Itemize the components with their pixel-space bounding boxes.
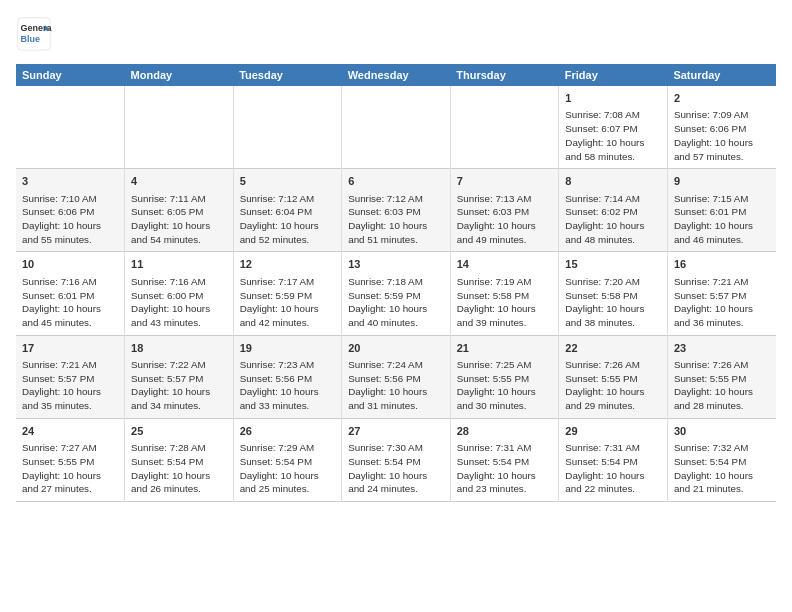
day-info: Sunrise: 7:16 AM Sunset: 6:01 PM Dayligh… [22,275,118,330]
day-number: 17 [22,341,118,356]
day-info: Sunrise: 7:29 AM Sunset: 5:54 PM Dayligh… [240,441,336,496]
calendar-cell: 1Sunrise: 7:08 AM Sunset: 6:07 PM Daylig… [559,86,668,169]
day-info: Sunrise: 7:23 AM Sunset: 5:56 PM Dayligh… [240,358,336,413]
calendar-cell: 5Sunrise: 7:12 AM Sunset: 6:04 PM Daylig… [233,169,342,252]
day-info: Sunrise: 7:26 AM Sunset: 5:55 PM Dayligh… [674,358,770,413]
calendar-cell: 4Sunrise: 7:11 AM Sunset: 6:05 PM Daylig… [125,169,234,252]
day-info: Sunrise: 7:16 AM Sunset: 6:00 PM Dayligh… [131,275,227,330]
week-row-4: 24Sunrise: 7:27 AM Sunset: 5:55 PM Dayli… [16,418,776,501]
day-number: 24 [22,424,118,439]
day-number: 6 [348,174,444,189]
day-number: 26 [240,424,336,439]
day-number: 30 [674,424,770,439]
week-row-3: 17Sunrise: 7:21 AM Sunset: 5:57 PM Dayli… [16,335,776,418]
calendar-cell: 21Sunrise: 7:25 AM Sunset: 5:55 PM Dayli… [450,335,559,418]
day-number: 19 [240,341,336,356]
day-number: 20 [348,341,444,356]
calendar-cell: 24Sunrise: 7:27 AM Sunset: 5:55 PM Dayli… [16,418,125,501]
calendar-cell: 10Sunrise: 7:16 AM Sunset: 6:01 PM Dayli… [16,252,125,335]
day-number: 5 [240,174,336,189]
calendar-cell: 16Sunrise: 7:21 AM Sunset: 5:57 PM Dayli… [667,252,776,335]
logo: General Blue [16,16,52,52]
calendar-cell: 2Sunrise: 7:09 AM Sunset: 6:06 PM Daylig… [667,86,776,169]
day-number: 1 [565,91,661,106]
day-number: 8 [565,174,661,189]
day-header-saturday: Saturday [667,64,776,86]
calendar-cell: 9Sunrise: 7:15 AM Sunset: 6:01 PM Daylig… [667,169,776,252]
calendar-cell: 17Sunrise: 7:21 AM Sunset: 5:57 PM Dayli… [16,335,125,418]
day-info: Sunrise: 7:21 AM Sunset: 5:57 PM Dayligh… [22,358,118,413]
calendar-cell: 20Sunrise: 7:24 AM Sunset: 5:56 PM Dayli… [342,335,451,418]
day-header-sunday: Sunday [16,64,125,86]
day-info: Sunrise: 7:09 AM Sunset: 6:06 PM Dayligh… [674,108,770,163]
calendar-cell: 22Sunrise: 7:26 AM Sunset: 5:55 PM Dayli… [559,335,668,418]
day-info: Sunrise: 7:14 AM Sunset: 6:02 PM Dayligh… [565,192,661,247]
calendar-cell [16,86,125,169]
page-header: General Blue [16,16,776,52]
calendar-cell: 8Sunrise: 7:14 AM Sunset: 6:02 PM Daylig… [559,169,668,252]
day-number: 23 [674,341,770,356]
week-row-0: 1Sunrise: 7:08 AM Sunset: 6:07 PM Daylig… [16,86,776,169]
svg-text:Blue: Blue [21,34,41,44]
day-number: 3 [22,174,118,189]
day-number: 29 [565,424,661,439]
day-number: 18 [131,341,227,356]
calendar-cell: 27Sunrise: 7:30 AM Sunset: 5:54 PM Dayli… [342,418,451,501]
calendar-cell [125,86,234,169]
calendar-cell: 12Sunrise: 7:17 AM Sunset: 5:59 PM Dayli… [233,252,342,335]
day-info: Sunrise: 7:24 AM Sunset: 5:56 PM Dayligh… [348,358,444,413]
day-info: Sunrise: 7:30 AM Sunset: 5:54 PM Dayligh… [348,441,444,496]
calendar-cell: 14Sunrise: 7:19 AM Sunset: 5:58 PM Dayli… [450,252,559,335]
day-info: Sunrise: 7:31 AM Sunset: 5:54 PM Dayligh… [565,441,661,496]
calendar-cell: 19Sunrise: 7:23 AM Sunset: 5:56 PM Dayli… [233,335,342,418]
calendar-header-row: SundayMondayTuesdayWednesdayThursdayFrid… [16,64,776,86]
day-info: Sunrise: 7:25 AM Sunset: 5:55 PM Dayligh… [457,358,553,413]
calendar-cell: 28Sunrise: 7:31 AM Sunset: 5:54 PM Dayli… [450,418,559,501]
day-number: 28 [457,424,553,439]
week-row-2: 10Sunrise: 7:16 AM Sunset: 6:01 PM Dayli… [16,252,776,335]
day-number: 27 [348,424,444,439]
day-info: Sunrise: 7:32 AM Sunset: 5:54 PM Dayligh… [674,441,770,496]
day-header-tuesday: Tuesday [233,64,342,86]
calendar-cell [233,86,342,169]
day-info: Sunrise: 7:28 AM Sunset: 5:54 PM Dayligh… [131,441,227,496]
day-number: 25 [131,424,227,439]
calendar-cell: 25Sunrise: 7:28 AM Sunset: 5:54 PM Dayli… [125,418,234,501]
day-number: 9 [674,174,770,189]
day-info: Sunrise: 7:10 AM Sunset: 6:06 PM Dayligh… [22,192,118,247]
day-header-monday: Monday [125,64,234,86]
day-info: Sunrise: 7:27 AM Sunset: 5:55 PM Dayligh… [22,441,118,496]
day-info: Sunrise: 7:19 AM Sunset: 5:58 PM Dayligh… [457,275,553,330]
logo-icon: General Blue [16,16,52,52]
day-info: Sunrise: 7:21 AM Sunset: 5:57 PM Dayligh… [674,275,770,330]
day-info: Sunrise: 7:12 AM Sunset: 6:03 PM Dayligh… [348,192,444,247]
calendar-table: SundayMondayTuesdayWednesdayThursdayFrid… [16,64,776,502]
day-info: Sunrise: 7:18 AM Sunset: 5:59 PM Dayligh… [348,275,444,330]
calendar-cell: 29Sunrise: 7:31 AM Sunset: 5:54 PM Dayli… [559,418,668,501]
day-info: Sunrise: 7:22 AM Sunset: 5:57 PM Dayligh… [131,358,227,413]
day-number: 12 [240,257,336,272]
calendar-cell: 6Sunrise: 7:12 AM Sunset: 6:03 PM Daylig… [342,169,451,252]
day-info: Sunrise: 7:12 AM Sunset: 6:04 PM Dayligh… [240,192,336,247]
day-info: Sunrise: 7:08 AM Sunset: 6:07 PM Dayligh… [565,108,661,163]
day-info: Sunrise: 7:13 AM Sunset: 6:03 PM Dayligh… [457,192,553,247]
calendar-cell: 23Sunrise: 7:26 AM Sunset: 5:55 PM Dayli… [667,335,776,418]
calendar-cell [342,86,451,169]
calendar-cell: 26Sunrise: 7:29 AM Sunset: 5:54 PM Dayli… [233,418,342,501]
day-number: 10 [22,257,118,272]
day-info: Sunrise: 7:17 AM Sunset: 5:59 PM Dayligh… [240,275,336,330]
calendar-cell [450,86,559,169]
calendar-cell: 11Sunrise: 7:16 AM Sunset: 6:00 PM Dayli… [125,252,234,335]
calendar-cell: 18Sunrise: 7:22 AM Sunset: 5:57 PM Dayli… [125,335,234,418]
day-number: 15 [565,257,661,272]
day-number: 22 [565,341,661,356]
day-info: Sunrise: 7:26 AM Sunset: 5:55 PM Dayligh… [565,358,661,413]
day-number: 7 [457,174,553,189]
calendar-cell: 30Sunrise: 7:32 AM Sunset: 5:54 PM Dayli… [667,418,776,501]
day-number: 11 [131,257,227,272]
day-info: Sunrise: 7:15 AM Sunset: 6:01 PM Dayligh… [674,192,770,247]
day-number: 14 [457,257,553,272]
day-info: Sunrise: 7:31 AM Sunset: 5:54 PM Dayligh… [457,441,553,496]
day-number: 2 [674,91,770,106]
week-row-1: 3Sunrise: 7:10 AM Sunset: 6:06 PM Daylig… [16,169,776,252]
